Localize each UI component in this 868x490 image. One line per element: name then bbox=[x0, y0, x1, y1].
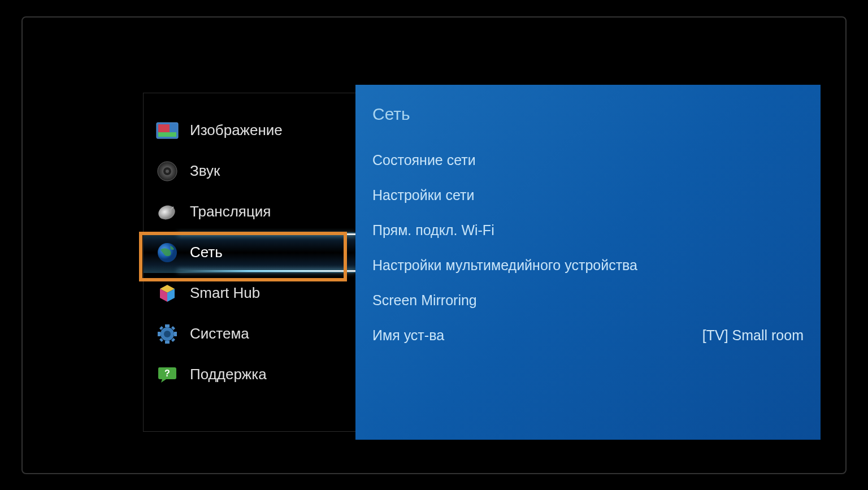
svg-rect-1 bbox=[158, 124, 170, 132]
sidebar-item-label: Поддержка bbox=[190, 366, 267, 383]
detail-item-device-name[interactable]: Имя уст-ва [TV] Small room bbox=[372, 327, 804, 344]
gear-icon bbox=[155, 322, 180, 346]
sidebar-item-label: Smart Hub bbox=[190, 284, 260, 302]
detail-item-label: Имя уст-ва bbox=[372, 327, 444, 344]
svg-rect-2 bbox=[158, 132, 176, 137]
tv-screen: Изображение bbox=[53, 42, 815, 449]
sidebar-item-picture[interactable]: Изображение bbox=[144, 110, 355, 151]
tv-frame: Изображение bbox=[21, 16, 847, 474]
sidebar-item-label: Изображение bbox=[190, 122, 283, 139]
globe-icon bbox=[155, 240, 180, 265]
detail-item-label: Screen Mirroring bbox=[372, 292, 477, 309]
svg-point-6 bbox=[157, 203, 177, 222]
sidebar-item-sound[interactable]: Звук bbox=[144, 151, 355, 192]
settings-menu: Изображение bbox=[143, 93, 759, 432]
detail-item-multimedia-device[interactable]: Настройки мультимедийного устройства bbox=[372, 257, 804, 274]
sidebar-item-broadcast[interactable]: Трансляция bbox=[144, 192, 355, 232]
sidebar-item-label: Сеть bbox=[190, 244, 223, 261]
detail-item-screen-mirroring[interactable]: Screen Mirroring bbox=[372, 292, 804, 309]
detail-item-label: Прям. подкл. Wi-Fi bbox=[372, 222, 494, 239]
sidebar-item-support[interactable]: ? Поддержка bbox=[144, 354, 355, 395]
detail-items-list: Состояние сети Настройки сети Прям. подк… bbox=[372, 152, 804, 344]
satellite-dish-icon bbox=[155, 200, 180, 224]
sidebar-item-label: Трансляция bbox=[190, 203, 271, 220]
speech-bubble-icon: ? bbox=[155, 362, 180, 387]
sidebar: Изображение bbox=[144, 93, 355, 431]
speaker-icon bbox=[155, 159, 180, 184]
sidebar-item-network[interactable]: Сеть bbox=[144, 232, 355, 273]
detail-item-value: [TV] Small room bbox=[702, 327, 804, 344]
detail-item-network-status[interactable]: Состояние сети bbox=[372, 152, 804, 168]
detail-item-label: Настройки сети bbox=[372, 187, 475, 203]
sidebar-item-label: Система bbox=[190, 325, 249, 342]
svg-point-13 bbox=[164, 331, 171, 337]
detail-item-wifi-direct[interactable]: Прям. подкл. Wi-Fi bbox=[372, 222, 804, 239]
detail-panel-title: Сеть bbox=[372, 105, 804, 124]
detail-item-label: Состояние сети bbox=[372, 152, 476, 168]
svg-text:?: ? bbox=[164, 368, 170, 378]
sidebar-item-system[interactable]: Система bbox=[144, 314, 355, 354]
detail-item-network-settings[interactable]: Настройки сети bbox=[372, 187, 804, 203]
sidebar-item-label: Звук bbox=[190, 162, 220, 180]
picture-icon bbox=[155, 118, 180, 143]
detail-panel: Сеть Состояние сети Настройки сети Прям.… bbox=[355, 85, 821, 440]
cube-icon bbox=[155, 281, 180, 306]
sidebar-item-smarthub[interactable]: Smart Hub bbox=[144, 273, 355, 314]
svg-point-5 bbox=[166, 170, 169, 173]
detail-item-label: Настройки мультимедийного устройства bbox=[372, 257, 637, 274]
